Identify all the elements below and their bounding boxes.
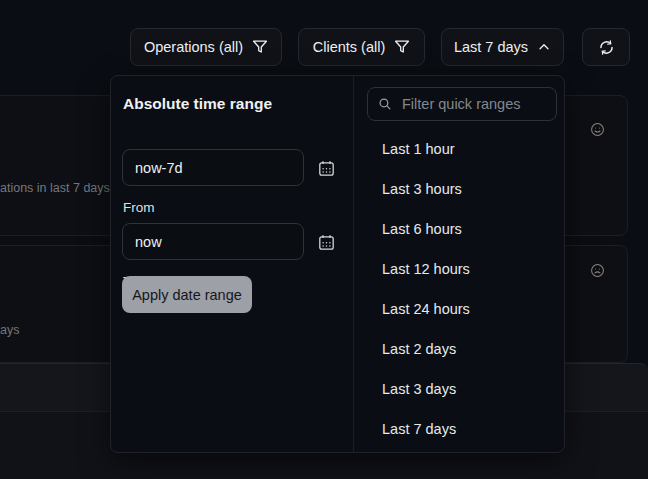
- refresh-icon: [598, 39, 615, 56]
- calendar-icon: [318, 234, 335, 251]
- quick-ranges-list: Last 1 hour Last 3 hours Last 6 hours La…: [354, 129, 566, 449]
- panel-subtitle-clipped: ations in last 7 days: [0, 181, 110, 195]
- quick-range-item-last-24-hours[interactable]: Last 24 hours: [354, 289, 566, 329]
- quick-ranges-pane: Last 1 hour Last 3 hours Last 6 hours La…: [354, 76, 566, 452]
- quick-ranges-search[interactable]: [367, 87, 557, 121]
- frown-face-icon: [590, 263, 605, 278]
- search-icon: [378, 97, 392, 111]
- quick-range-item-last-6-hours[interactable]: Last 6 hours: [354, 209, 566, 249]
- quick-range-item-last-3-days[interactable]: Last 3 days: [354, 369, 566, 409]
- to-input[interactable]: [122, 223, 304, 260]
- refresh-button[interactable]: [582, 28, 630, 66]
- time-range-label: Last 7 days: [454, 39, 528, 55]
- from-input[interactable]: [122, 149, 304, 186]
- absolute-time-range-title: Absolute time range: [123, 95, 272, 113]
- smiley-face-icon: [590, 122, 605, 137]
- from-label: From: [123, 200, 155, 215]
- calendar-icon: [318, 160, 335, 177]
- time-picker-popup: Absolute time range From To: [110, 75, 565, 453]
- quick-range-item-last-12-hours[interactable]: Last 12 hours: [354, 249, 566, 289]
- quick-range-item-last-1-hour[interactable]: Last 1 hour: [354, 129, 566, 169]
- filter-funnel-icon: [394, 39, 410, 55]
- filter-funnel-icon: [252, 39, 268, 55]
- operations-filter-label: Operations (all): [144, 39, 243, 55]
- clients-filter-label: Clients (all): [313, 39, 386, 55]
- panel-subtitle-clipped: ays: [0, 323, 19, 337]
- from-calendar-button[interactable]: [317, 160, 335, 178]
- filter-quick-ranges-input[interactable]: [400, 95, 546, 113]
- quick-range-item-last-3-hours[interactable]: Last 3 hours: [354, 169, 566, 209]
- apply-date-range-button[interactable]: Apply date range: [122, 276, 252, 313]
- to-calendar-button[interactable]: [317, 234, 335, 252]
- chevron-up-icon: [537, 40, 551, 54]
- quick-range-item-last-7-days[interactable]: Last 7 days: [354, 409, 566, 449]
- operations-filter-button[interactable]: Operations (all): [130, 28, 282, 66]
- quick-range-item-last-2-days[interactable]: Last 2 days: [354, 329, 566, 369]
- time-range-button[interactable]: Last 7 days: [441, 28, 564, 66]
- clients-filter-button[interactable]: Clients (all): [298, 28, 425, 66]
